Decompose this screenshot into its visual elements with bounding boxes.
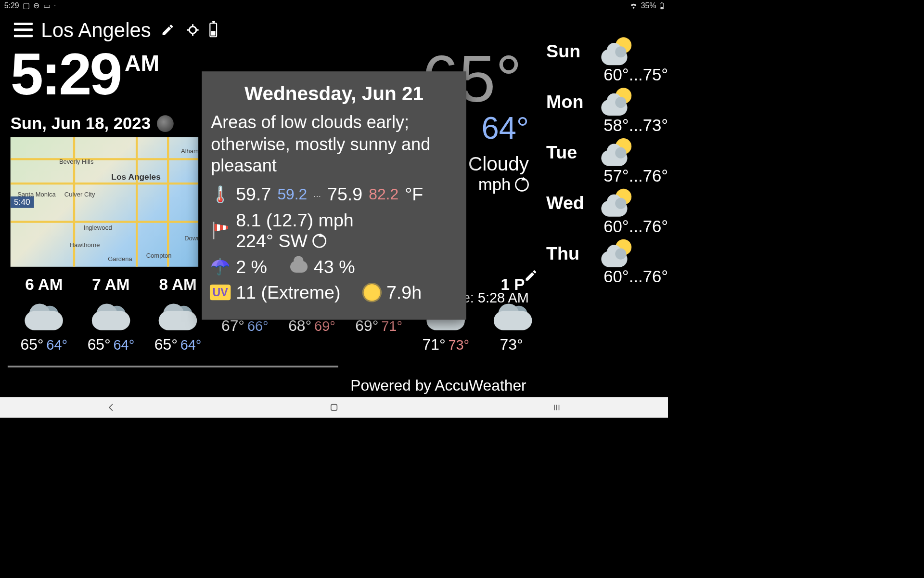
recents-button[interactable]: [550, 400, 564, 414]
daily-day-label: Wed: [546, 192, 591, 213]
hour-col[interactable]: 6 AM 65°64°: [11, 275, 77, 353]
hour-label: 1 P: [501, 275, 525, 294]
dnd-icon: ⊖: [33, 1, 39, 11]
daily-temps: 57°...76°: [546, 166, 668, 185]
popup-temp-row: 🌡️ 59.7 59.2 ... 75.9 82.2 °F: [211, 184, 457, 204]
cloudy-icon: [23, 302, 65, 330]
status-time: 5:29: [4, 1, 19, 11]
condition-text: Cloudy: [468, 152, 529, 175]
hour-label: 6 AM: [25, 275, 63, 294]
hour-label: 8 AM: [159, 275, 197, 294]
svg-point-3: [189, 26, 196, 33]
popup-uv-row: UV 11 (Extreme) 7.9h: [211, 282, 457, 302]
status-bar: 5:29 ▢ ⊖ ▭ · 35%: [0, 0, 668, 12]
cloudy-icon: [90, 302, 132, 330]
back-button[interactable]: [104, 400, 118, 414]
daily-forecast[interactable]: Sun 60°...75° Mon 58°...73° Tue 57°...76…: [546, 37, 668, 289]
daily-temps: 60°...75°: [546, 65, 668, 84]
cloudy-icon: [157, 302, 199, 330]
svg-rect-2: [661, 7, 663, 9]
menu-icon[interactable]: [14, 23, 33, 37]
map-label: Culver City: [64, 191, 95, 198]
wind-direction-icon: [312, 234, 326, 248]
partly-sunny-icon: [601, 138, 634, 166]
map-label: Los Angeles: [111, 172, 161, 182]
map-label: Gardena: [108, 256, 132, 263]
map-label: Down: [184, 235, 198, 242]
sun-icon: [363, 284, 380, 301]
wind-row: mph: [478, 175, 529, 194]
svg-rect-4: [331, 405, 337, 411]
popup-wind-row: 8.1 (12.7) mph 224° SW: [211, 210, 457, 251]
system-navbar: [0, 397, 668, 418]
hour-temps: 65°64°: [20, 336, 67, 353]
map-time-badge: 5:40: [11, 197, 34, 208]
daily-day-label: Tue: [546, 142, 591, 162]
hour-label: 7 AM: [92, 275, 129, 294]
date-text[interactable]: Sun, Jun 18, 2023: [11, 114, 151, 133]
daily-row[interactable]: Thu: [546, 239, 668, 267]
wifi-icon: [630, 3, 638, 9]
map-label: Hawthorne: [70, 242, 100, 249]
svg-rect-1: [661, 2, 663, 3]
daily-row[interactable]: Mon: [546, 88, 668, 116]
battery-status-icon: [660, 2, 664, 9]
image-icon: ▢: [23, 1, 30, 11]
hourly-scrollbar[interactable]: [8, 366, 338, 368]
umbrella-icon: ☂️: [211, 257, 230, 276]
map-label: Beverly Hills: [59, 158, 94, 165]
calendar-icon: ▭: [43, 1, 51, 11]
thermometer-icon: 🌡️: [211, 185, 230, 204]
dot-icon: ·: [54, 1, 56, 11]
battery-widget-icon[interactable]: [209, 23, 217, 37]
partly-sunny-icon: [601, 88, 634, 116]
left-panel: 5:29 AM Sun, Jun 18, 2023 Los Angeles Be…: [11, 44, 216, 290]
daily-day-label: Mon: [546, 91, 591, 112]
clock-time[interactable]: 5:29: [11, 44, 121, 104]
map-label: Compton: [146, 252, 172, 259]
daily-temps: 60°...76°: [546, 267, 668, 287]
popup-title: Wednesday, Jun 21: [211, 82, 457, 105]
uv-icon: UV: [211, 285, 230, 301]
popup-description: Areas of low clouds early; otherwise, mo…: [211, 111, 457, 177]
windsock-icon: [211, 222, 230, 239]
daily-temps: 60°...76°: [546, 217, 668, 236]
hour-col[interactable]: 7 AM 65°64°: [77, 275, 144, 353]
cloudy-icon: [492, 302, 534, 330]
hour-temps: 73°: [500, 336, 526, 353]
daily-row[interactable]: Tue: [546, 138, 668, 166]
battery-pct: 35%: [641, 1, 656, 11]
locate-icon[interactable]: [184, 21, 201, 38]
map-label: Inglewood: [84, 224, 112, 232]
daily-row[interactable]: Sun: [546, 37, 668, 65]
hour-temps: 65°64°: [154, 336, 202, 353]
partly-sunny-icon: [601, 37, 634, 65]
daily-day-label: Sun: [546, 41, 591, 62]
partly-sunny-icon: [601, 239, 634, 267]
edit-location-icon[interactable]: [159, 21, 176, 38]
cloud-icon: [290, 261, 308, 273]
daily-row[interactable]: Wed: [546, 189, 668, 217]
powered-by[interactable]: Powered by AccuWeather: [0, 377, 668, 394]
day-detail-popup[interactable]: Wednesday, Jun 21 Areas of low clouds ea…: [202, 71, 466, 319]
map[interactable]: Los Angeles Beverly Hills Santa Monica C…: [11, 137, 198, 267]
wind-direction-icon: [515, 177, 529, 191]
feels-like-temp: 64°: [482, 110, 529, 146]
location-name[interactable]: Los Angeles: [41, 18, 151, 41]
popup-precip-row: ☂️ 2 % 43 %: [211, 256, 457, 277]
daily-day-label: Thu: [546, 243, 591, 263]
map-label: Alham: [181, 148, 198, 155]
partly-sunny-icon: [601, 189, 634, 217]
home-button[interactable]: [327, 400, 341, 414]
hour-temps: 71°73°: [423, 336, 470, 353]
hour-temps: 65°64°: [88, 336, 135, 353]
moon-phase-icon[interactable]: [157, 115, 174, 132]
hour-col[interactable]: 1 P 73°: [479, 275, 546, 353]
clock-ampm: AM: [125, 51, 159, 77]
daily-temps: 58°...73°: [546, 116, 668, 135]
